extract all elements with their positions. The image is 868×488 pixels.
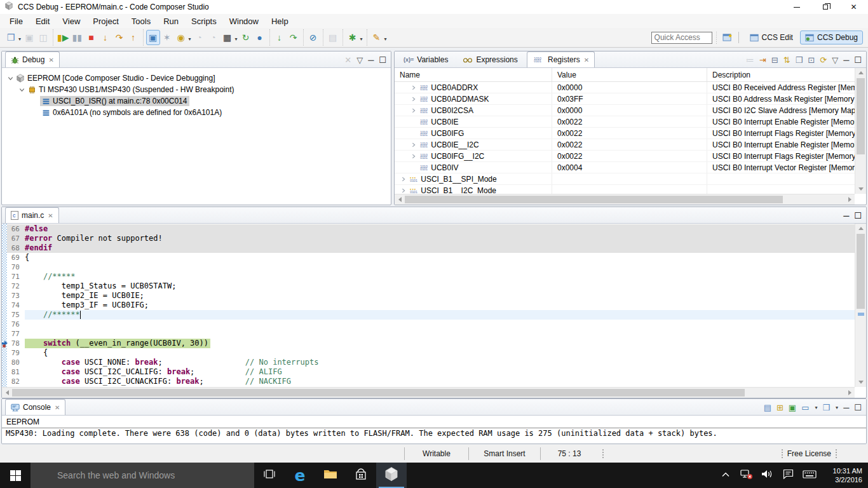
dropdown-arrow-icon[interactable]: ▾ [384,36,387,42]
code-line-68[interactable]: 68#endif [7,243,855,253]
ccs-button[interactable] [376,463,407,488]
register-row[interactable]: 10100101UCB0IE0x0022USCI B0 Interrupt En… [395,116,855,128]
edge-button[interactable]: e [285,463,315,488]
close-icon[interactable]: ✕ [48,57,53,64]
tab-console[interactable]: Console ✕ [5,399,65,415]
reset-target-button[interactable]: ● [253,30,267,45]
tab-variables[interactable]: (x)=Variables [398,51,454,67]
minimize-button[interactable]: ─ [368,56,374,64]
tab-debug[interactable]: Debug ✕ [5,51,60,67]
code-line-77[interactable]: 77 [7,329,855,339]
maximize-button[interactable]: ☐ [854,56,862,64]
menu-tools[interactable]: Tools [125,15,157,27]
maximize-button[interactable]: ☐ [854,403,862,412]
step-return-button[interactable]: ↑ [126,30,140,45]
expand-chevron-icon[interactable] [409,153,419,159]
volume-icon[interactable] [757,463,778,488]
network-status-icon[interactable] [736,463,757,488]
dropdown-arrow-icon[interactable]: ▾ [18,36,21,42]
dropdown-arrow-icon[interactable]: ▾ [836,405,838,410]
menu-window[interactable]: Window [223,15,265,27]
code-line-78[interactable]: 78 switch (__even_in_range(UCB0IV, 30)) [7,339,855,348]
display-console-button[interactable]: ▭ [801,403,809,412]
start-button[interactable] [0,463,31,488]
open-console-button[interactable]: ❒ [822,403,830,412]
code-line-69[interactable]: 69{ [7,253,855,262]
code-line-80[interactable]: 80 case USCI_NONE: break; // No interrup… [7,358,855,367]
dropdown-arrow-icon[interactable]: ▾ [235,36,238,42]
expand-chevron-icon[interactable] [17,86,26,93]
terminate-button[interactable]: ■ [85,30,98,45]
remove-all-terminated-button[interactable]: ✕ [344,56,351,64]
minimize-window-button[interactable] [782,0,811,14]
editor-horizontal-scrollbar[interactable] [2,387,855,398]
asm-step-into-button[interactable]: ↓ [273,30,287,45]
suspend-button[interactable]: ▮▮ [71,30,85,45]
debug-tree-item[interactable]: EEPROM [Code Composer Studio - Device De… [2,72,391,84]
code-line-73[interactable]: 73 temp2_IE = UCB0IE; [7,291,855,301]
menu-view[interactable]: View [56,15,86,27]
code-line-79[interactable]: 79 { [7,348,855,358]
connect-device-button[interactable]: ▦ [220,30,234,45]
expand-chevron-icon[interactable] [409,107,419,114]
debug-tree-item[interactable]: 0x6A101A (no symbols are defined for 0x6… [2,107,391,118]
open-perspective-button[interactable] [721,30,735,45]
taskbar-search-box[interactable]: Search the web and Windows [31,463,254,488]
debug-tree-item[interactable]: USCI_B0_ISR() at main.c:78 0x00C014 [2,95,391,107]
column-value[interactable]: Value [552,68,707,81]
highlight-pen-button[interactable]: ✎ [370,30,384,45]
open-new-view-button[interactable]: ❒ [796,56,803,64]
register-row[interactable]: 10100101UCB0ADDMASK0x03FFUSCI B0 Address… [395,93,855,105]
close-window-button[interactable]: ✕ [839,0,868,14]
code-line-76[interactable]: 76 [7,320,855,329]
touch-keyboard-icon[interactable] [799,463,820,488]
maximize-button[interactable]: ☐ [379,56,386,64]
save-button[interactable]: ▣ [22,30,36,45]
action-center-icon[interactable] [778,463,799,488]
resume-button[interactable]: ▮▶ [56,30,71,45]
code-line-70[interactable]: 70 [7,262,855,272]
dropdown-arrow-icon[interactable]: ▾ [189,36,191,42]
taskbar-clock[interactable]: 10:31 AM 3/2/2016 [820,466,868,484]
editor-vertical-scrollbar[interactable] [855,224,866,387]
menu-run[interactable]: Run [157,15,185,27]
file-explorer-button[interactable] [315,463,346,488]
menu-scripts[interactable]: Scripts [185,15,223,27]
register-row[interactable]: ●●●0101USCI_B1__SPI_Mode [395,173,855,185]
profile-clock-button[interactable]: ◔ [193,30,207,45]
asm-step-over-button[interactable]: ↷ [287,30,301,45]
register-row[interactable]: ●●●0101USCI_B1__I2C_Mode [395,185,855,194]
pin-view-button[interactable]: ⊡ [808,56,815,64]
expand-chevron-icon[interactable] [398,176,409,182]
collapse-all-button[interactable]: ⊟ [771,56,778,64]
memory-save-button[interactable]: ▤ [326,30,340,45]
perspective-ccs-debug-button[interactable]: CCS Debug [800,30,863,44]
restart-button[interactable]: ↻ [239,30,253,45]
breakpoint-icon[interactable] [3,344,6,348]
perspective-ccs-edit-button[interactable]: CCS Edit [745,31,797,44]
restore-window-button[interactable] [811,0,839,14]
code-line-82[interactable]: 82 case USCI_I2C_UCNACKIFG: break; // NA… [7,377,855,386]
minimize-button[interactable]: ─ [843,56,849,64]
tab-expressions[interactable]: Expressions [457,51,523,67]
step-into-button[interactable]: ↓ [98,30,112,45]
register-row[interactable]: 10100101UCB0IE__I2C0x0022USCI B0 Interru… [395,139,855,151]
dropdown-arrow-icon[interactable]: ▾ [815,405,817,410]
store-button[interactable] [346,463,376,488]
expand-chevron-icon[interactable] [409,96,419,102]
import-export-button[interactable]: ⇅ [783,56,790,64]
new-debug-button[interactable]: ✱ [346,30,360,45]
pin-console-button[interactable]: ▣ [789,403,796,412]
tray-expand-chevron[interactable] [715,463,736,488]
show-type-names-button[interactable]: ≔ [746,56,754,64]
registers-vertical-scrollbar[interactable] [855,68,866,194]
close-icon[interactable]: ✕ [584,57,589,64]
tab-main-c[interactable]: c main.c ✕ [5,207,59,223]
expand-chevron-icon[interactable] [6,75,15,82]
minimize-button[interactable]: ─ [843,403,849,412]
maximize-button[interactable]: ☐ [854,212,862,220]
profile-clock-2-button[interactable]: ◔ [207,30,220,45]
editor-annotation-ruler[interactable] [2,224,7,387]
code-line-72[interactable]: 72 temp1_Status = UCB0STATW; [7,281,855,291]
code-line-71[interactable]: 71 //***** [7,272,855,281]
